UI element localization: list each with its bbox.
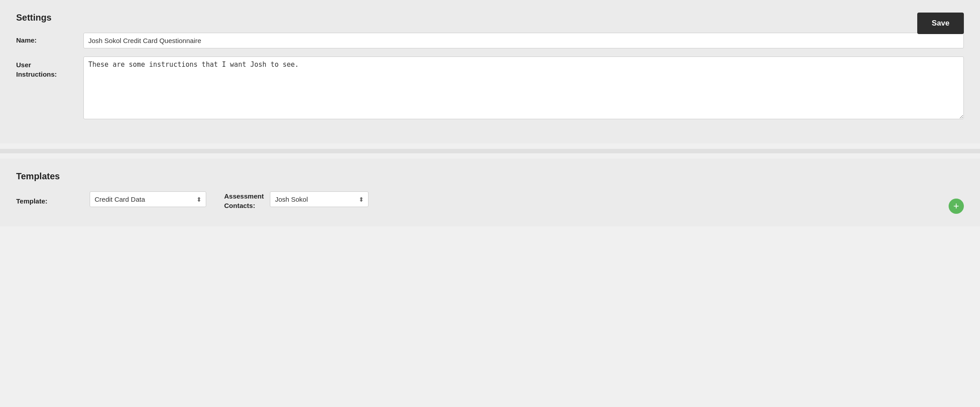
assessment-label-line2: Contacts: [224, 201, 264, 210]
name-input[interactable] [83, 33, 964, 48]
name-label: Name: [16, 33, 83, 44]
templates-section: Templates Template: Credit Card Data Opt… [0, 159, 980, 226]
instructions-textarea[interactable]: These are some instructions that I want … [83, 56, 964, 119]
templates-row: Template: Credit Card Data Option 2 Opti… [16, 191, 964, 210]
template-select[interactable]: Credit Card Data Option 2 Option 3 [90, 191, 206, 207]
assessment-label-block: Assessment Contacts: [224, 191, 264, 210]
save-button[interactable]: Save [917, 13, 964, 34]
instructions-field-row: User Instructions: These are some instru… [16, 56, 964, 119]
assessment-field: Assessment Contacts: Josh Sokol Option 2… [224, 191, 369, 210]
section-divider [0, 149, 980, 153]
page-wrapper: Settings Save Name: User Instructions: T… [0, 0, 980, 407]
templates-title: Templates [16, 171, 964, 182]
name-field-row: Name: [16, 33, 964, 48]
template-label: Template: [16, 194, 83, 205]
settings-section: Settings Save Name: User Instructions: T… [0, 0, 980, 143]
assessment-label-line1: Assessment [224, 191, 264, 201]
add-button[interactable]: + [949, 199, 964, 214]
assessment-select[interactable]: Josh Sokol Option 2 Option 3 [270, 191, 369, 207]
instructions-label: User Instructions: [16, 56, 83, 79]
assessment-select-wrapper: Josh Sokol Option 2 Option 3 ⬍ [270, 191, 369, 207]
settings-title: Settings [16, 13, 964, 23]
template-field: Template: Credit Card Data Option 2 Opti… [16, 191, 206, 207]
template-select-wrapper: Credit Card Data Option 2 Option 3 ⬍ [90, 191, 206, 207]
